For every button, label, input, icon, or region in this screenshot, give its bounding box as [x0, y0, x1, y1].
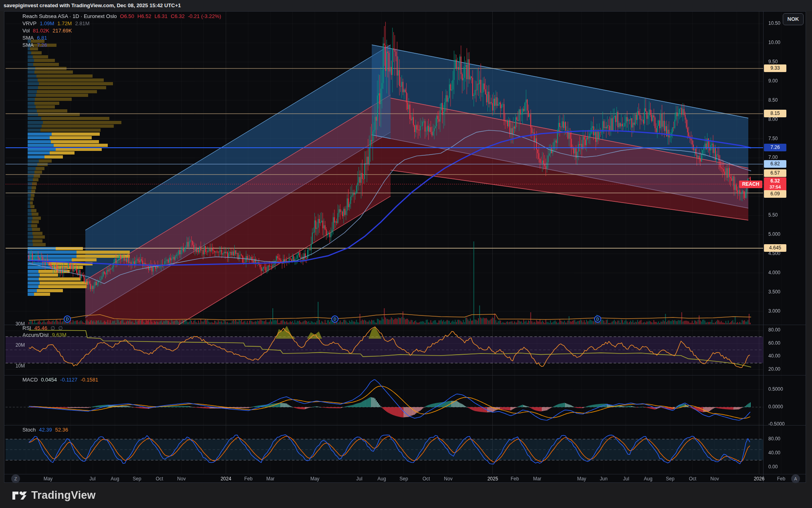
price-scale-badge: 6.09: [764, 190, 786, 198]
price-scale-tick: 0.0000: [768, 404, 800, 410]
price-scale-tick: 8.50: [768, 97, 800, 103]
time-axis-month-label: Nov: [444, 476, 452, 482]
volume-legend: Vol81.02K217.69K: [22, 28, 75, 34]
price-scale-tick: -0.5000: [768, 421, 800, 427]
symbol-legend[interactable]: Reach Subsea ASA · 1D · Euronext OsloO6.…: [22, 13, 224, 19]
time-axis-month-label: Mar: [266, 476, 275, 482]
price-scale-tick: 9.00: [768, 78, 800, 84]
legend-value: ∅: [58, 325, 63, 331]
price-scale-badge: 9.33: [764, 64, 786, 72]
vrvp-legend: VRVP1.09M1.72M2.81M: [22, 20, 93, 26]
price-scale-tick: 7.00: [768, 155, 800, 160]
legend-value: 52.36: [55, 427, 69, 433]
rsi-legend: RSI45.46∅∅: [22, 325, 66, 331]
legend-value: 7.26: [37, 42, 47, 48]
accum-dist-legend: Accum/Dist9.63M: [22, 332, 70, 338]
time-axis-month-label: Aug: [644, 476, 652, 482]
time-axis-month-label: Jul: [623, 476, 629, 482]
legend-value: 9.63M: [52, 332, 66, 338]
legend-value: 2.81M: [75, 20, 89, 26]
legend-value: 1.09M: [40, 20, 54, 26]
price-scale-tick: 60.00: [768, 340, 800, 346]
legend-value: 0.0454: [41, 377, 57, 383]
price-scale-tick: 7.50: [768, 136, 800, 141]
legend-value: -0.1127: [60, 377, 77, 383]
time-axis-month-label: Aug: [111, 476, 119, 482]
price-scale-tick: 3.000: [768, 308, 800, 314]
legend-value: O6.50: [120, 13, 134, 19]
legend-value: 1.72M: [57, 20, 72, 26]
legend-value: H6.52: [137, 13, 151, 19]
time-axis-month-label: Oct: [423, 476, 430, 482]
legend-value: 45.46: [34, 325, 48, 331]
legend-value: 217.69K: [52, 28, 72, 34]
time-axis-year-label: 2024: [221, 476, 232, 482]
time-axis-year-label: 2025: [488, 476, 498, 482]
time-axis-month-label: Nov: [710, 476, 719, 482]
price-scale-tick: 80.00: [768, 327, 800, 333]
price-scale-tick: 40.00: [768, 450, 800, 456]
price-scale-badge: 8.15: [764, 110, 786, 117]
price-scale-tick: 3.500: [768, 289, 800, 295]
legend-value: C6.32: [171, 13, 185, 19]
price-scale-tick: 5.000: [768, 231, 800, 237]
price-scale-tick: 0.00: [768, 464, 800, 470]
legend-value: -0.21 (-3.22%): [188, 13, 221, 19]
legend-value: -0.1581: [81, 377, 98, 383]
legend-value: 42.39: [39, 427, 52, 433]
price-scale-tick: 9.50: [768, 59, 800, 64]
time-axis-month-label: May: [310, 476, 320, 482]
legend-value: SMA: [22, 35, 34, 41]
price-scale-tick: 20.00: [768, 366, 800, 372]
legend-value: VRVP: [22, 20, 36, 26]
time-axis-month-label: Feb: [244, 476, 253, 482]
tradingview-logo[interactable]: TradingView: [12, 489, 96, 502]
price-scale-tick: 0.5000: [768, 386, 800, 392]
price-scale-badge: 6.57: [764, 169, 786, 177]
price-scale-badge: 6.82: [764, 160, 786, 168]
volume-left-scale-tick: 30M: [6, 321, 25, 327]
time-axis-month-label: Nov: [177, 476, 185, 482]
currency-button[interactable]: NOK: [783, 13, 804, 25]
legend-value: Reach Subsea ASA · 1D · Euronext Oslo: [22, 13, 117, 19]
price-scale-tick: 40.00: [768, 353, 800, 359]
scale-z-button[interactable]: Z: [11, 474, 20, 483]
legend-value: Stoch: [22, 427, 36, 433]
legend-value: SMA: [22, 42, 34, 48]
price-scale-tick: 80.00: [768, 436, 800, 442]
price-scale-tick: 5.50: [768, 212, 800, 218]
time-axis-month-label: Oct: [689, 476, 697, 482]
legend-value: ∅: [50, 325, 55, 331]
time-axis-month-label: May: [577, 476, 586, 482]
tradingview-logo-icon: [12, 490, 27, 502]
legend-value: Accum/Dist: [22, 332, 49, 338]
scale-auto-button[interactable]: A: [791, 474, 800, 483]
time-axis-month-label: Jul: [89, 476, 95, 482]
price-scale-tick: 8.00: [768, 116, 800, 122]
time-axis-month-label: May: [44, 476, 53, 482]
legend-value: 6.81: [37, 35, 47, 41]
time-axis-month-label: Sep: [133, 476, 141, 482]
tradingview-logo-text: TradingView: [31, 489, 96, 502]
time-axis-month-label: Aug: [377, 476, 386, 482]
price-scale-badge: 6.3237:54: [764, 177, 786, 191]
volume-left-scale-tick: 10M: [6, 363, 25, 369]
attribution-bar: savepiginvest created with TradingView.c…: [0, 0, 812, 11]
stoch-legend: Stoch42.3952.36: [22, 427, 71, 433]
time-axis-year-label: 2026: [754, 476, 765, 482]
legend-value: L6.31: [155, 13, 168, 19]
legend-value: MACD: [22, 377, 38, 383]
time-axis-month-label: Jul: [356, 476, 362, 482]
legend-value: 81.02K: [33, 28, 49, 34]
reach-price-label: REACH: [739, 181, 762, 188]
attribution-text: savepiginvest created with TradingView.c…: [4, 2, 181, 8]
sma1-legend: SMA6.81: [22, 35, 50, 41]
time-axis-month-label: Jun: [600, 476, 607, 482]
time-axis-month-label: Sep: [399, 476, 408, 482]
time-axis-month-label: Sep: [666, 476, 674, 482]
chart-canvas[interactable]: [0, 0, 812, 508]
price-scale-tick: 10.00: [768, 40, 800, 45]
time-axis-month-label: Oct: [156, 476, 163, 482]
time-axis-month-label: Feb: [511, 476, 519, 482]
price-scale-badge: 7.26: [764, 144, 786, 151]
